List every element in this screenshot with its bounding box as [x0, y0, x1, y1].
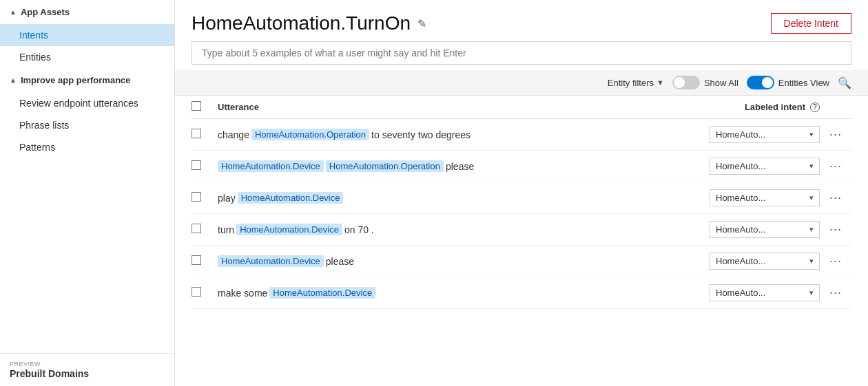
- row-checkbox-col: [192, 160, 211, 172]
- header-checkbox-col: [192, 101, 211, 113]
- row-checkbox[interactable]: [192, 192, 201, 202]
- chevron-down-icon: ▾: [809, 130, 814, 139]
- intent-select[interactable]: HomeAuto...▾: [710, 221, 820, 238]
- row-checkbox[interactable]: [192, 255, 201, 265]
- entity-tag[interactable]: HomeAutomation.Device: [269, 287, 375, 299]
- sidebar-item-entities[interactable]: Entities: [0, 46, 174, 68]
- row-checkbox-col: [192, 287, 211, 299]
- more-options-button[interactable]: ···: [827, 222, 845, 237]
- sidebar-section-app-assets-label: App Assets: [21, 7, 70, 17]
- utterance-plain-text: play: [218, 193, 236, 204]
- edit-icon[interactable]: ✎: [417, 17, 426, 30]
- row-checkbox[interactable]: [192, 160, 201, 170]
- table-row: make someHomeAutomation.DeviceHomeAuto..…: [192, 277, 851, 309]
- chevron-down-icon: ▾: [809, 162, 814, 171]
- entity-tag[interactable]: HomeAutomation.Operation: [326, 160, 444, 172]
- table-row: HomeAutomation.DeviceHomeAutomation.Oper…: [192, 151, 851, 182]
- row-actions-col: ···: [827, 127, 851, 142]
- show-all-toggle[interactable]: [672, 76, 700, 89]
- search-icon-button[interactable]: 🔍: [838, 76, 851, 89]
- table-header: Utterance Labeled intent ?: [192, 96, 851, 119]
- entity-tag[interactable]: HomeAutomation.Operation: [251, 129, 369, 140]
- row-checkbox-col: [192, 192, 211, 204]
- chevron-down-icon: ▾: [809, 193, 814, 202]
- utterance-text: changeHomeAutomation.Operationto seventy…: [218, 129, 675, 140]
- more-options-button[interactable]: ···: [827, 127, 845, 142]
- sidebar-item-review-endpoint[interactable]: Review endpoint utterances: [0, 92, 174, 114]
- row-checkbox[interactable]: [192, 224, 201, 233]
- more-options-button[interactable]: ···: [827, 254, 845, 268]
- entity-filters-button[interactable]: Entity filters ▼: [608, 78, 664, 88]
- utterance-text: make someHomeAutomation.Device: [218, 287, 675, 299]
- intent-select[interactable]: HomeAuto...▾: [710, 158, 820, 175]
- row-intent-col: HomeAuto...▾: [682, 284, 820, 301]
- utterance-plain-text: please: [326, 256, 354, 267]
- show-all-toggle-group: Show All: [672, 76, 738, 89]
- sidebar-item-phrase-lists[interactable]: Phrase lists: [0, 114, 174, 136]
- table-row: turnHomeAutomation.Deviceon 70 .HomeAuto…: [192, 214, 851, 246]
- entity-tag[interactable]: HomeAutomation.Device: [238, 192, 344, 204]
- utterance-rows-container: changeHomeAutomation.Operationto seventy…: [192, 119, 851, 309]
- utterance-text: playHomeAutomation.Device: [218, 192, 675, 204]
- sidebar-section-improve[interactable]: ▲ Improve app performance: [0, 68, 174, 92]
- row-actions-col: ···: [827, 191, 851, 205]
- intent-select[interactable]: HomeAuto...▾: [710, 253, 820, 270]
- row-actions-col: ···: [827, 254, 851, 268]
- chevron-down-icon: ▾: [809, 257, 814, 266]
- sidebar-prebuilt-domains[interactable]: PREVIEW Prebuilt Domains: [0, 353, 174, 386]
- utterance-plain-text: turn: [218, 224, 234, 235]
- row-intent-col: HomeAuto...▾: [682, 126, 820, 143]
- intent-title: HomeAutomation.TurnOn: [192, 12, 411, 34]
- row-intent-col: HomeAuto...▾: [682, 253, 820, 270]
- row-checkbox-col: [192, 224, 211, 235]
- row-intent-col: HomeAuto...▾: [682, 221, 820, 238]
- entity-filters-label: Entity filters: [608, 78, 654, 88]
- entities-view-label: Entities View: [778, 78, 829, 88]
- sidebar-section-improve-label: Improve app performance: [21, 75, 131, 85]
- table-row: playHomeAutomation.DeviceHomeAuto...▾···: [192, 182, 851, 214]
- row-actions-col: ···: [827, 222, 851, 237]
- entity-tag[interactable]: HomeAutomation.Device: [218, 160, 324, 172]
- sidebar-section-app-assets[interactable]: ▲ App Assets: [0, 0, 174, 24]
- header-checkbox[interactable]: [192, 101, 201, 111]
- utterance-plain-text: on 70 .: [344, 224, 374, 235]
- preview-badge: PREVIEW: [10, 361, 165, 367]
- more-options-button[interactable]: ···: [827, 286, 845, 300]
- row-actions-col: ···: [827, 286, 851, 300]
- utterance-plain-text: make some: [218, 288, 267, 299]
- intent-select[interactable]: HomeAuto...▾: [710, 126, 820, 143]
- more-options-button[interactable]: ···: [827, 191, 845, 205]
- utterance-text: turnHomeAutomation.Deviceon 70 .: [218, 224, 675, 235]
- utterance-search-input[interactable]: [192, 41, 851, 65]
- sidebar-item-patterns[interactable]: Patterns: [0, 136, 174, 158]
- table-row: changeHomeAutomation.Operationto seventy…: [192, 119, 851, 151]
- entity-tag[interactable]: HomeAutomation.Device: [236, 224, 342, 235]
- chevron-up-icon: ▲: [10, 8, 17, 16]
- chevron-down-icon: ▾: [809, 288, 814, 297]
- chevron-up-icon-2: ▲: [10, 76, 17, 84]
- show-all-label: Show All: [704, 78, 738, 88]
- entity-tag[interactable]: HomeAutomation.Device: [218, 255, 324, 267]
- header-intent: Labeled intent ?: [682, 102, 820, 112]
- intent-select[interactable]: HomeAuto...▾: [710, 189, 820, 206]
- main-header: HomeAutomation.TurnOn ✎ Delete Intent: [175, 0, 868, 41]
- more-options-button[interactable]: ···: [827, 159, 845, 173]
- intent-help-icon[interactable]: ?: [810, 103, 820, 112]
- chevron-down-icon: ▼: [657, 78, 664, 87]
- row-checkbox-col: [192, 255, 211, 267]
- table-row: HomeAutomation.DevicepleaseHomeAuto...▾·…: [192, 246, 851, 277]
- utterance-text: HomeAutomation.Deviceplease: [218, 255, 675, 267]
- sidebar-item-intents[interactable]: Intents: [0, 24, 174, 46]
- row-checkbox[interactable]: [192, 287, 201, 297]
- page-title: HomeAutomation.TurnOn ✎: [192, 12, 426, 34]
- entities-view-toggle[interactable]: [747, 76, 774, 89]
- intent-select[interactable]: HomeAuto...▾: [710, 284, 820, 301]
- prebuilt-domains-label: Prebuilt Domains: [10, 368, 89, 379]
- delete-intent-button[interactable]: Delete Intent: [771, 13, 851, 34]
- row-checkbox[interactable]: [192, 129, 201, 138]
- main-content: HomeAutomation.TurnOn ✎ Delete Intent En…: [175, 0, 868, 386]
- chevron-down-icon: ▾: [809, 225, 814, 234]
- intent-value: HomeAuto...: [716, 161, 765, 171]
- entities-view-toggle-group: Entities View: [747, 76, 829, 89]
- intent-value: HomeAuto...: [716, 193, 765, 203]
